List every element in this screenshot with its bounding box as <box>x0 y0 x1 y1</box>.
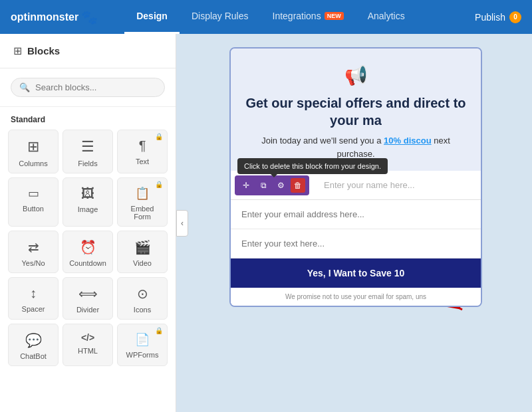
popup-footer: We promise not to use your email for spa… <box>231 288 481 306</box>
discount-highlight: 10% discou <box>384 136 432 146</box>
nav-tabs: Design Display Rules Integrations NEW An… <box>124 0 475 34</box>
block-embed-form[interactable]: 🔒 📋 Embed Form <box>117 177 168 227</box>
chatbot-icon: 💬 <box>25 332 42 348</box>
search-container: 🔍 <box>0 68 176 107</box>
move-icon[interactable]: ✛ <box>239 178 253 193</box>
block-button[interactable]: ▭ Button <box>8 177 59 227</box>
block-chatbot[interactable]: 💬 ChatBot <box>8 324 59 366</box>
tab-display-rules[interactable]: Display Rules <box>180 0 261 34</box>
logo: optinmonster 🐾 <box>11 9 98 25</box>
block-label: Yes/No <box>21 259 45 267</box>
spacer-icon: ↕ <box>30 286 37 301</box>
block-label: Button <box>23 205 44 213</box>
popup-subtext: Join today and we'll send you a 10% disc… <box>244 134 467 160</box>
sidebar: ⊞ Blocks 🔍 Standard ⊞ Columns ☰ Fields 🔒… <box>0 34 176 412</box>
columns-icon: ⊞ <box>27 138 39 155</box>
publish-button[interactable]: Publish 0 <box>475 11 521 23</box>
block-label: ChatBot <box>20 352 47 360</box>
block-label: Countdown <box>69 259 106 267</box>
canvas-area: ‹ 📢 Get our special offers and direct to… <box>176 34 532 412</box>
text-icon: ¶ <box>139 138 146 154</box>
megaphone-icon: 📢 <box>244 64 467 86</box>
block-label: Image <box>78 205 98 213</box>
popup-top-area: 📢 Get our special offers and direct to y… <box>231 49 481 171</box>
block-label: Icons <box>134 306 151 314</box>
copy-icon[interactable]: ⧉ <box>256 178 271 193</box>
sidebar-header: ⊞ Blocks <box>0 34 176 68</box>
search-input[interactable] <box>35 82 156 92</box>
divider-icon: ⟺ <box>78 286 98 302</box>
block-video[interactable]: 🎬 Video <box>117 231 168 273</box>
sidebar-collapse-button[interactable]: ‹ <box>176 210 188 237</box>
block-fields[interactable]: ☰ Fields <box>63 130 113 173</box>
cta-label: Yes, I Want to Save 10 <box>307 268 405 278</box>
button-icon: ▭ <box>28 186 39 201</box>
logo-text: optinmonster <box>11 11 78 23</box>
block-label: Fields <box>78 159 97 167</box>
block-countdown[interactable]: ⏰ Countdown <box>63 231 113 273</box>
popup-preview: 📢 Get our special offers and direct to y… <box>229 47 482 307</box>
wpforms-icon: 📄 <box>135 332 150 347</box>
icons-block-icon: ⊙ <box>137 286 148 302</box>
block-spacer[interactable]: ↕ Spacer <box>8 277 59 320</box>
lock-icon: 🔒 <box>155 181 163 188</box>
video-icon: 🎬 <box>134 239 151 255</box>
main-layout: ⊞ Blocks 🔍 Standard ⊞ Columns ☰ Fields 🔒… <box>0 34 532 412</box>
yesno-icon: ⇄ <box>28 239 39 255</box>
block-html[interactable]: </> HTML <box>63 324 113 366</box>
sidebar-title: Blocks <box>27 45 60 56</box>
field-text-row <box>231 229 481 258</box>
block-divider[interactable]: ⟺ Divider <box>63 277 113 320</box>
tab-analytics[interactable]: Analytics <box>356 0 417 34</box>
block-label: HTML <box>78 347 98 355</box>
delete-block-button[interactable]: 🗑 <box>291 178 305 193</box>
section-standard-label: Standard <box>0 107 176 130</box>
block-wpforms[interactable]: 🔒 📄 WPForms <box>117 324 168 366</box>
block-yesno[interactable]: ⇄ Yes/No <box>8 231 59 273</box>
field-email-row <box>231 200 481 229</box>
tab-integrations[interactable]: Integrations NEW <box>261 0 356 34</box>
embed-form-icon: 📋 <box>135 186 150 201</box>
block-label: Divider <box>76 306 99 314</box>
cta-button[interactable]: Yes, I Want to Save 10 <box>231 258 481 288</box>
field1-placeholder-text: Enter your name here... <box>313 171 481 199</box>
block-columns[interactable]: ⊞ Columns <box>8 130 59 173</box>
popup-headline: Get our special offers and direct to you… <box>244 94 467 129</box>
block-icons[interactable]: ⊙ Icons <box>117 277 168 320</box>
fields-icon: ☰ <box>81 138 94 155</box>
block-label: Columns <box>19 159 47 167</box>
delete-tooltip: Click to delete this block from your des… <box>237 158 388 174</box>
blocks-icon: ⊞ <box>13 45 22 57</box>
new-badge: NEW <box>325 12 344 20</box>
field-toolbar-row: ✛ ⧉ ⚙ 🗑 Enter your name here... Click to… <box>231 171 481 200</box>
block-label: Video <box>133 259 152 267</box>
text-input-field[interactable] <box>231 229 481 258</box>
search-box: 🔍 <box>11 78 165 97</box>
top-nav: optinmonster 🐾 Design Display Rules Inte… <box>0 0 532 34</box>
blocks-grid: ⊞ Columns ☰ Fields 🔒 ¶ Text ▭ Button 🖼 I… <box>0 130 176 366</box>
block-label: WPForms <box>126 351 159 359</box>
lock-icon: 🔒 <box>155 327 163 334</box>
image-icon: 🖼 <box>81 186 94 201</box>
lock-icon: 🔒 <box>155 133 163 140</box>
publish-count-badge: 0 <box>509 11 521 23</box>
block-label: Spacer <box>22 305 45 313</box>
countdown-icon: ⏰ <box>80 239 96 255</box>
email-input-field[interactable] <box>231 200 481 229</box>
html-icon: </> <box>81 332 94 343</box>
tab-design[interactable]: Design <box>124 0 180 34</box>
block-label: Embed Form <box>122 205 163 221</box>
block-text[interactable]: 🔒 ¶ Text <box>117 130 168 173</box>
search-icon: 🔍 <box>19 82 30 92</box>
block-image[interactable]: 🖼 Image <box>63 177 113 227</box>
chevron-left-icon: ‹ <box>181 219 184 228</box>
block-label: Text <box>136 157 149 165</box>
